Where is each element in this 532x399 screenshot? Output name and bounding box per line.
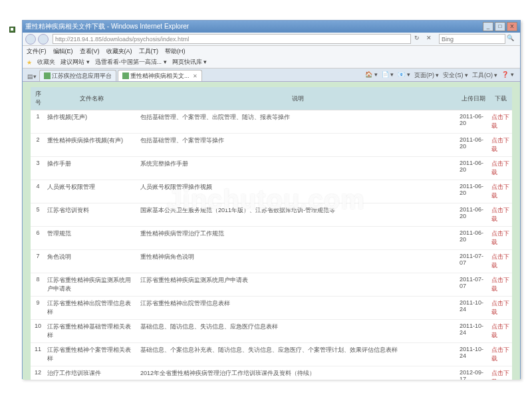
download-link[interactable]: 点击下载 — [489, 203, 512, 227]
cell-desc: 系统完整操作手册 — [138, 157, 458, 180]
download-link[interactable]: 点击下载 — [489, 227, 512, 250]
table-row: 10江苏省重性精神基础管理相关表样基础信息、随访信息、失访信息、应急医疗信息表样… — [31, 320, 512, 343]
tab-2[interactable]: 重性精神疾病相关文... ✕ — [118, 70, 202, 81]
download-link[interactable]: 点击下载 — [489, 134, 512, 157]
table-row: 6管理规范重性精神疾病管理治疗工作规范2011-06-20点击下载 — [31, 227, 512, 250]
cell-num: 6 — [31, 227, 45, 250]
cell-desc: 包括基础管理、个案管理、出院管理、随访、报表等操作 — [138, 110, 458, 134]
forward-button[interactable] — [38, 34, 49, 45]
slide-bullet — [9, 27, 15, 33]
th-name: 文件名称 — [45, 87, 138, 110]
cell-name: 操作视频(无声) — [45, 110, 138, 134]
download-link[interactable]: 点击下载 — [489, 180, 512, 203]
search-icon[interactable]: 🔍 — [507, 35, 516, 44]
download-link[interactable]: 点击下载 — [489, 250, 512, 273]
refresh-icon[interactable]: ↻ — [414, 35, 424, 44]
safety-menu[interactable]: 安全(S) ▾ — [443, 71, 468, 80]
maximize-button[interactable]: □ — [495, 22, 505, 31]
tab-list-icon[interactable]: ▤▾ — [25, 72, 39, 81]
cell-date: 2011-06-20 — [458, 157, 489, 180]
th-dl: 下载 — [489, 87, 512, 110]
help-button[interactable]: ❓ ▾ — [501, 71, 514, 80]
cell-desc: 江苏省重性精神出院管理信息表样 — [138, 297, 458, 320]
cell-name: 江苏省重性精神疾病监测系统用户申请表 — [45, 273, 138, 297]
cell-date: 2012-09-17 — [458, 366, 489, 380]
cell-num: 5 — [31, 203, 45, 227]
favorites-label[interactable]: 收藏夹 — [37, 58, 55, 66]
download-link[interactable]: 点击下载 — [489, 157, 512, 180]
th-date: 上传日期 — [458, 87, 489, 110]
tab-1[interactable]: 江苏疾控信息应用平台 — [39, 70, 116, 81]
cell-desc: 2012年全省重性精神疾病管理治疗工作培训班课件及资料（待续） — [138, 366, 458, 380]
back-button[interactable] — [25, 34, 36, 45]
cell-date: 2011-06-20 — [458, 134, 489, 157]
close-button[interactable]: X — [507, 22, 517, 31]
cell-num: 3 — [31, 157, 45, 180]
download-link[interactable]: 点击下载 — [489, 366, 512, 380]
cell-date: 2011-06-20 — [458, 227, 489, 250]
stop-icon[interactable]: ✕ — [426, 35, 436, 44]
download-link[interactable]: 点击下载 — [489, 297, 512, 320]
cell-num: 1 — [31, 110, 45, 134]
minimize-button[interactable]: _ — [483, 22, 493, 31]
table-row: 4人员账号权限管理人员账号权限管理操作视频2011-06-20点击下载 — [31, 180, 512, 203]
cell-num: 8 — [31, 273, 45, 297]
menubar: 文件(F) 编辑(E) 查看(V) 收藏夹(A) 工具(T) 帮助(H) — [23, 46, 520, 57]
cell-num: 2 — [31, 134, 45, 157]
favorites-bar: ★ 收藏夹 建议网站 ▾ 迅雷看看-中国第一高清... ▾ 网页快讯库 ▾ — [23, 57, 520, 68]
cell-desc: 基础信息、个案信息补充表、随访信息、失访信息、应急医疗、个案管理计划、效果评估信… — [138, 343, 458, 366]
cell-date: 2011-06-20 — [458, 180, 489, 203]
tab-close-icon[interactable]: ✕ — [193, 73, 198, 79]
cell-name: 治疗工作培训班课件 — [45, 366, 138, 380]
cell-num: 11 — [31, 343, 45, 366]
mail-button[interactable]: 📧 ▾ — [398, 71, 410, 80]
search-input[interactable] — [439, 34, 505, 44]
menu-file[interactable]: 文件(F) — [27, 47, 47, 56]
cell-name: 人员账号权限管理 — [45, 180, 138, 203]
tab-2-label: 重性精神疾病相关文... — [130, 72, 190, 80]
cell-name: 管理规范 — [45, 227, 138, 250]
fav-item-1[interactable]: 建议网站 ▾ — [61, 58, 90, 66]
home-button[interactable]: 🏠 ▾ — [365, 71, 378, 80]
window-title: 重性精神疾病相关文件下载 - Windows Internet Explorer — [25, 22, 481, 31]
browser-window: 重性精神疾病相关文件下载 - Windows Internet Explorer… — [22, 20, 521, 379]
cell-name: 江苏省重性精神个案管理相关表样 — [45, 343, 138, 366]
cell-desc: 基础信息、随访信息、失访信息、应急医疗信息表样 — [138, 320, 458, 343]
table-row: 12治疗工作培训班课件2012年全省重性精神疾病管理治疗工作培训班课件及资料（待… — [31, 366, 512, 380]
cell-date: 2011-06-20 — [458, 203, 489, 227]
menu-tools[interactable]: 工具(T) — [139, 47, 159, 56]
tab-1-label: 江苏疾控信息应用平台 — [52, 72, 112, 80]
star-icon[interactable]: ★ — [27, 59, 32, 66]
cell-name: 江苏省重性精神出院管理信息表样 — [45, 297, 138, 320]
tab-1-icon — [44, 72, 51, 79]
cell-date: 2011-07-07 — [458, 273, 489, 297]
menu-edit[interactable]: 编辑(E) — [53, 47, 73, 56]
download-link[interactable]: 点击下载 — [489, 320, 512, 343]
cell-desc: 江苏省重性精神疾病监测系统用户申请表 — [138, 273, 458, 297]
download-link[interactable]: 点击下载 — [489, 110, 512, 134]
cell-desc: 国家基本公共卫生服务规范（2011年版）、江苏省数据库培训-管理规范等 — [138, 203, 458, 227]
titlebar: 重性精神疾病相关文件下载 - Windows Internet Explorer… — [23, 21, 520, 33]
cell-desc: 重性精神疾病管理治疗工作规范 — [138, 227, 458, 250]
menu-view[interactable]: 查看(V) — [80, 47, 100, 56]
fav-item-3[interactable]: 网页快讯库 ▾ — [172, 58, 207, 66]
table-row: 7角色说明重性精神病角色说明2011-07-07点击下载 — [31, 250, 512, 273]
downloads-table: 序号 文件名称 说明 上传日期 下载 1操作视频(无声)包括基础管理、个案管理、… — [31, 87, 512, 380]
cell-name: 操作手册 — [45, 157, 138, 180]
th-num: 序号 — [31, 87, 45, 110]
cell-num: 12 — [31, 366, 45, 380]
feed-button[interactable]: 📄 ▾ — [382, 71, 394, 80]
cell-date: 2011-10-24 — [458, 320, 489, 343]
fav-item-2[interactable]: 迅雷看看-中国第一高清... ▾ — [95, 58, 167, 66]
download-link[interactable]: 点击下载 — [489, 343, 512, 366]
address-bar[interactable] — [53, 34, 411, 44]
tools-menu[interactable]: 工具(O) ▾ — [472, 71, 498, 80]
cell-name: 江苏省重性精神基础管理相关表样 — [45, 320, 138, 343]
download-link[interactable]: 点击下载 — [489, 273, 512, 297]
cell-date: 2011-10-24 — [458, 343, 489, 366]
page-menu[interactable]: 页面(P) ▾ — [414, 71, 440, 80]
cell-date: 2011-06-20 — [458, 110, 489, 134]
page-toolbar: 🏠 ▾ 📄 ▾ 📧 ▾ 页面(P) ▾ 安全(S) ▾ 工具(O) ▾ ❓ ▾ — [361, 70, 518, 81]
menu-help[interactable]: 帮助(H) — [165, 47, 186, 56]
menu-favorites[interactable]: 收藏夹(A) — [106, 47, 132, 56]
